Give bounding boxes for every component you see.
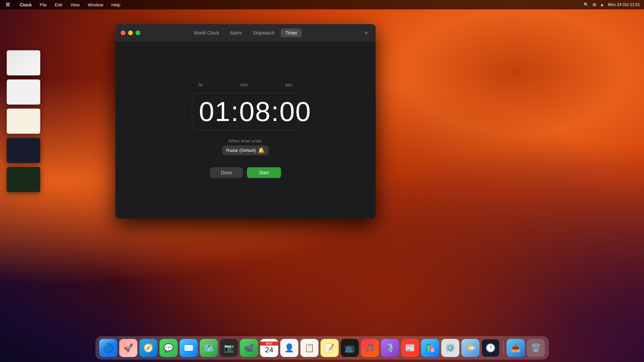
dock-item-mail[interactable]: ✉️ [180, 339, 198, 357]
dock-item-trash[interactable]: 🗑️ [527, 339, 545, 357]
sound-name: Radar (Default) [226, 148, 256, 153]
clock-window: World Clock Alarm Stopwatch Timer + hr m… [115, 24, 376, 219]
maximize-button[interactable] [136, 31, 140, 35]
add-button[interactable]: + [362, 29, 370, 37]
dock-item-safari[interactable]: 🧭 [140, 339, 158, 357]
apple-menu[interactable]: ⌘ [4, 1, 12, 8]
desktop-thumb-safari[interactable] [7, 50, 40, 75]
window-titlebar: World Clock Alarm Stopwatch Timer + [115, 24, 376, 42]
timer-labels: hr min sec [192, 82, 299, 87]
tab-timer[interactable]: Timer [281, 28, 302, 37]
menubar-search-icon[interactable]: 🔍 [584, 2, 589, 7]
min-label: min [240, 82, 248, 87]
sound-selector[interactable]: Radar (Default) 🔔 [222, 145, 269, 155]
when-timer-ends-section: When timer ends: Radar (Default) 🔔 [222, 136, 269, 155]
desktop-thumb-dark[interactable] [7, 138, 40, 163]
dock-item-weather[interactable]: 🌤️ [462, 339, 480, 357]
dock-item-messages[interactable]: 💬 [160, 339, 178, 357]
dock-item-facetime[interactable]: 📹 [240, 339, 258, 357]
menubar-wifi-icon[interactable]: ▲ [600, 2, 604, 7]
tab-alarm[interactable]: Alarm [225, 28, 247, 37]
dock-separator [503, 341, 503, 355]
calendar-day: 24 [265, 346, 273, 354]
dock-item-clock[interactable]: 🕐 [482, 339, 500, 357]
dock-item-sysprefs[interactable]: ⚙️ [441, 339, 460, 357]
menubar-app-name[interactable]: Clock [18, 2, 33, 8]
dock-item-airdrop[interactable]: 📥 [507, 339, 525, 357]
window-actions: Done Start [210, 167, 281, 178]
dock-item-finder[interactable]: 🔵 [99, 339, 117, 357]
dock-item-launchpad[interactable]: 🚀 [119, 339, 138, 357]
timer-display-container[interactable]: 01:08:00 [192, 93, 299, 130]
dock-item-appletv[interactable]: 📺 [341, 339, 359, 357]
dock-item-contacts[interactable]: 👤 [280, 339, 299, 357]
menubar-left: ⌘ Clock File Edit View Window Help [4, 1, 122, 8]
dock-item-photos[interactable]: 📷 [220, 339, 238, 357]
menubar-view[interactable]: View [69, 2, 81, 8]
menubar: ⌘ Clock File Edit View Window Help 🔍 ⊞ ▲… [0, 0, 644, 9]
calendar-month: OCT [260, 342, 278, 346]
dock-item-maps[interactable]: 🗺️ [200, 339, 218, 357]
dock-item-music[interactable]: 🎵 [361, 339, 379, 357]
when-timer-ends-label: When timer ends: [222, 138, 269, 143]
dock-item-appstore[interactable]: 🛍️ [421, 339, 439, 357]
timer-display[interactable]: 01:08:00 [199, 96, 292, 127]
menubar-window[interactable]: Window [87, 2, 105, 8]
start-button[interactable]: Start [247, 167, 281, 178]
hr-label: hr [199, 82, 203, 87]
desktop-thumb-msg[interactable] [7, 167, 40, 192]
window-content: hr min sec 01:08:00 When timer ends: Rad… [115, 42, 376, 219]
sec-label: sec [285, 82, 292, 87]
dock-item-news[interactable]: 📰 [401, 339, 419, 357]
window-tabs: World Clock Alarm Stopwatch Timer [189, 28, 302, 37]
dock-item-podcasts[interactable]: 🎙️ [381, 339, 399, 357]
done-button[interactable]: Done [210, 167, 243, 178]
sound-emoji: 🔔 [258, 147, 265, 154]
menubar-edit[interactable]: Edit [53, 2, 63, 8]
dock-item-reminders[interactable]: 📋 [301, 339, 319, 357]
traffic-lights [121, 31, 140, 35]
dock-item-calendar[interactable]: OCT 24 [260, 339, 278, 357]
menubar-help[interactable]: Help [110, 2, 122, 8]
desktop-thumb-calendar[interactable] [7, 79, 40, 105]
menubar-right: 🔍 ⊞ ▲ Mon 24 Oct 21:51 [584, 2, 640, 7]
menubar-file[interactable]: File [38, 2, 48, 8]
tab-world-clock[interactable]: World Clock [189, 28, 224, 37]
close-button[interactable] [121, 31, 125, 35]
menubar-datetime[interactable]: Mon 24 Oct 21:51 [608, 2, 640, 7]
dock: 🔵 🚀 🧭 💬 ✉️ 🗺️ 📷 📹 OCT 24 👤 📋 📝 📺 🎵 🎙️ 📰 … [96, 337, 549, 359]
tab-stopwatch[interactable]: Stopwatch [248, 28, 279, 37]
desktop-thumb-notes[interactable] [7, 109, 40, 134]
dock-item-notes[interactable]: 📝 [321, 339, 339, 357]
minimize-button[interactable] [128, 31, 133, 35]
menubar-controlcenter-icon[interactable]: ⊞ [593, 2, 596, 7]
desktop-windows [7, 50, 40, 192]
